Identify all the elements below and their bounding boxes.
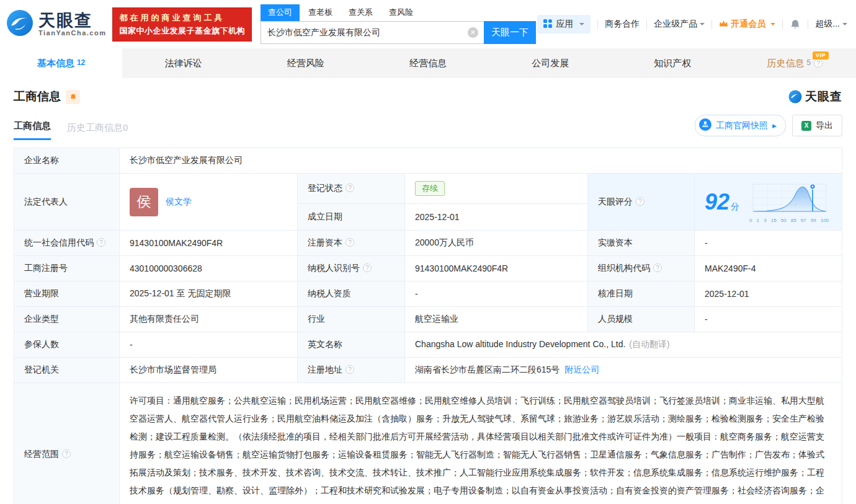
field-value-org-code: MAK2490F-4	[695, 256, 842, 281]
help-icon[interactable]: ?	[346, 183, 354, 192]
legal-rep-name-link[interactable]: 侯文学	[166, 197, 192, 208]
field-value-paid-capital: -	[695, 231, 842, 256]
company-section-tabs: 基本信息12 法律诉讼 经营风险 经营信息 公司发展 知识产权 VIP 历史信息…	[0, 48, 856, 78]
nav-divider	[646, 20, 647, 29]
tab-operating-risk[interactable]: 经营风险	[244, 48, 367, 78]
field-label-reg-address: 注册地址?	[298, 358, 405, 383]
help-icon[interactable]: ?	[62, 449, 71, 458]
field-value-staff-size: -	[695, 307, 842, 332]
tianyancha-logo[interactable]: 天眼查 TianYanCha.com	[6, 9, 106, 39]
field-value-business-term: 2025-12-01 至 无固定期限	[120, 281, 298, 307]
field-label-taxpayer-id: 纳税人识别号?	[298, 256, 405, 281]
tab-legal-proceedings[interactable]: 法律诉讼	[122, 48, 244, 78]
help-icon[interactable]: ?	[363, 263, 372, 272]
nav-enterprise-products[interactable]: 企业级产品	[654, 19, 705, 30]
field-label-reg-status: 登记状态?	[298, 174, 405, 204]
tianyancha-logo-icon	[6, 9, 33, 39]
nav-business-cooperation[interactable]: 商务合作	[605, 19, 640, 30]
promo-banner: 都在用的商业查询工具 国家中小企业发展子基金旗下机构	[112, 7, 252, 42]
official-snapshot-button[interactable]: 工商官网快照 ▶	[695, 115, 786, 136]
field-value-insured-count: -	[120, 332, 298, 358]
score-axis-labels: 0131550859799100	[748, 218, 830, 223]
status-badge: 存续	[415, 181, 445, 196]
search-submit-button[interactable]: 天眼一下	[484, 21, 536, 44]
field-value-reg-capital: 20000万人民币	[405, 231, 588, 256]
subtab-business-info[interactable]: 工商信息	[14, 120, 51, 140]
apps-label: 应用	[556, 19, 573, 30]
table-row: 营业期限 2025-12-01 至 无固定期限 纳税人资质 - 核准日期 202…	[14, 281, 842, 307]
field-label-reg-capital: 注册资本?	[298, 231, 405, 256]
search-tab-boss[interactable]: 查老板	[301, 4, 340, 21]
field-label-paid-capital: 实缴资本	[588, 231, 695, 256]
apps-menu-button[interactable]: 应用	[537, 15, 591, 33]
watermark-text: 天眼查	[805, 89, 842, 105]
field-value-company-name: 长沙市低空产业发展有限公司	[120, 148, 842, 174]
help-icon[interactable]: ?	[814, 59, 823, 68]
tab-basic-info[interactable]: 基本信息12	[0, 48, 122, 78]
subscribe-bell-icon[interactable]	[66, 90, 80, 104]
section-title: 工商信息	[14, 89, 61, 105]
tab-intellectual-property[interactable]: 知识产权	[612, 48, 734, 78]
field-label-staff-size: 人员规模	[588, 307, 695, 332]
field-label-company-type: 企业类型	[14, 307, 120, 332]
open-membership-button[interactable]: 开通会员	[719, 19, 775, 30]
logo-domain-text: TianYanCha.com	[38, 29, 106, 37]
export-button[interactable]: X 导出	[792, 115, 842, 136]
tab-company-development[interactable]: 公司发展	[489, 48, 612, 78]
field-label-establish-date: 成立日期	[298, 204, 405, 231]
site-header: 天眼查 TianYanCha.com 都在用的商业查询工具 国家中小企业发展子基…	[0, 0, 856, 48]
score-distribution-chart: 0131550859799100	[748, 180, 830, 223]
field-value-industry: 航空运输业	[405, 307, 588, 332]
tianyancha-company-page: 天眼查 TianYanCha.com 都在用的商业查询工具 国家中小企业发展子基…	[0, 0, 856, 504]
tianyancha-watermark: 天眼查	[788, 89, 842, 105]
chevron-down-icon	[579, 23, 584, 28]
chevron-down-icon	[700, 23, 705, 28]
field-value-business-scope: 许可项目：通用航空服务；公共航空运输；民用机场运营；民用航空器维修；民用航空维修…	[120, 383, 842, 504]
chevron-down-icon	[842, 23, 847, 28]
search-area: 查公司 查老板 查关系 查风险 ✕ 天眼一下	[261, 4, 536, 44]
nearby-companies-link[interactable]: 附近公司	[564, 365, 599, 374]
clear-search-icon[interactable]: ✕	[468, 27, 478, 38]
subtab-history-business-info[interactable]: 历史工商信息0	[67, 122, 128, 140]
legal-rep-avatar[interactable]: 侯	[130, 188, 158, 216]
field-value-establish-date: 2025-12-01	[405, 204, 588, 231]
help-icon[interactable]: ?	[346, 238, 354, 247]
account-menu[interactable]: 超级...	[815, 19, 847, 30]
field-label-business-term: 营业期限	[14, 281, 120, 307]
field-value-english-name: Changsha Low altitude Industry Developme…	[405, 332, 842, 358]
help-icon[interactable]: ?	[636, 197, 644, 206]
tab-history-info[interactable]: VIP 历史信息 5 ?	[734, 48, 856, 78]
score-value: 92分	[705, 189, 739, 215]
search-tab-risk[interactable]: 查风险	[381, 4, 421, 21]
search-input[interactable]	[261, 21, 484, 44]
table-row: 登记机关 长沙市市场监督管理局 注册地址? 湖南省长沙市岳麓区南二环二段615号…	[14, 358, 842, 383]
table-row: 参保人数 - 英文名称 Changsha Low altitude Indust…	[14, 332, 842, 358]
field-value-tyc-score: 92分	[695, 174, 842, 231]
field-value-reg-number: 430100000306628	[120, 256, 298, 281]
tab-operating-info[interactable]: 经营信息	[367, 48, 489, 78]
search-tabs: 查公司 查老板 查关系 查风险	[261, 4, 536, 21]
vip-badge: VIP	[813, 51, 829, 60]
search-tab-company[interactable]: 查公司	[261, 4, 300, 21]
auto-translate-note: (自动翻译)	[629, 339, 669, 349]
help-icon[interactable]: ?	[346, 365, 354, 374]
field-label-insured-count: 参保人数	[14, 332, 120, 358]
field-label-org-code: 组织机构代码?	[588, 256, 695, 281]
field-label-credit-code: 统一社会信用代码?	[14, 231, 120, 256]
field-value-approval-date: 2025-12-01	[695, 281, 842, 307]
apps-grid-icon	[543, 19, 552, 30]
help-icon[interactable]: ?	[97, 238, 105, 247]
nav-divider	[782, 20, 783, 29]
logo-brand-text: 天眼查	[38, 12, 106, 29]
field-value-legal-rep: 侯 侯文学	[120, 174, 298, 231]
field-label-approval-date: 核准日期	[588, 281, 695, 307]
table-row: 工商注册号 430100000306628 纳税人识别号? 91430100MA…	[14, 256, 842, 281]
table-row: 企业类型 其他有限责任公司 行业 航空运输业 人员规模 -	[14, 307, 842, 332]
search-tab-relation[interactable]: 查关系	[341, 4, 380, 21]
field-value-taxpayer-quality: -	[405, 281, 588, 307]
help-icon[interactable]: ?	[653, 263, 662, 272]
notifications-bell-icon[interactable]	[790, 19, 801, 30]
top-navigation: 应用 商务合作 企业级产品 开通会员	[537, 15, 847, 33]
field-label-reg-number: 工商注册号	[14, 256, 120, 281]
field-label-business-scope: 经营范围?	[14, 383, 120, 504]
